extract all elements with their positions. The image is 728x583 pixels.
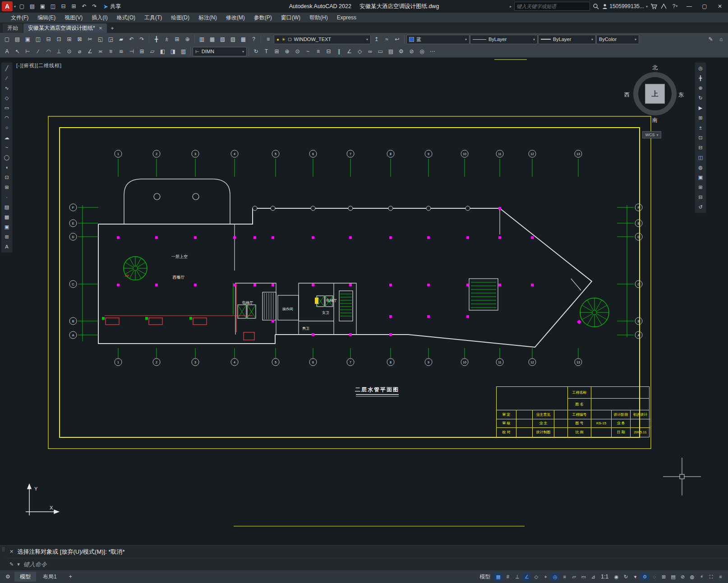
annotation-monitor-icon[interactable]: ◌ [650,572,659,581]
arc-icon[interactable]: ◠ [2,113,12,123]
insert-block-icon[interactable]: ⊡ [2,173,12,182]
tab-close-icon[interactable]: ✕ [99,26,102,31]
customization-icon[interactable]: ≡ [716,572,725,581]
lock-ui-icon[interactable]: ⊘ [678,572,687,581]
dim-update-icon[interactable]: ↻ [251,46,261,56]
tolerance-icon[interactable]: ⊞ [272,46,282,56]
point-icon[interactable]: ∙ [2,193,12,202]
menu-file[interactable]: 文件(F) [6,13,33,23]
viewport-controls[interactable]: [-][俯视][二维线框] [16,62,62,69]
menu-format[interactable]: 格式(O) [112,13,140,23]
zoom-extents-icon[interactable]: ⊕ [696,83,705,93]
layer-previous-icon[interactable]: ↩ [392,34,402,44]
lineweight-dropdown[interactable]: ByLayer ▾ [538,35,596,44]
menu-insert[interactable]: 插入(I) [87,13,112,23]
layer-match-icon[interactable]: ≈ [382,34,392,44]
block-editor-icon[interactable]: ◧ [157,46,168,56]
menu-edit[interactable]: 编辑(E) [33,13,60,23]
zoom-dynamic-icon[interactable]: ⊟ [696,143,705,152]
zoom-realtime-icon[interactable]: ± [696,123,705,133]
new-layout-button[interactable]: + [64,572,78,582]
open-icon[interactable]: ▤ [27,1,37,11]
copy-icon[interactable]: ◱ [95,34,106,44]
workspace-switching-icon[interactable]: ⚙ [640,572,650,581]
selection-cycling-icon[interactable]: ▭ [579,572,588,581]
dim-radius-icon[interactable]: ⊙ [64,46,74,56]
sheet-set-icon[interactable]: ▨ [228,34,238,44]
dim-text-edit-icon[interactable]: T [261,46,272,56]
dynamic-ucs-icon[interactable]: ⊿ [588,572,598,581]
wcs-selector[interactable]: WCS ▾ [642,131,661,138]
search-icon[interactable] [593,3,599,9]
model-space-indicator[interactable]: 模型 [477,573,493,581]
text-icon[interactable]: A [2,242,12,252]
publish-icon[interactable]: ⊞ [69,1,79,11]
line-icon[interactable]: ╱ [2,64,12,73]
zoom-realtime-icon[interactable]: ± [161,34,172,44]
tab-start[interactable]: 开始 [3,23,23,33]
polygon-icon[interactable]: ◇ [2,93,12,103]
help-button[interactable]: ?▾ [670,1,680,11]
tool-palettes-icon[interactable]: ▧ [217,34,228,44]
new-tab-button[interactable]: + [108,24,117,33]
region-icon[interactable]: ▣ [2,222,12,232]
autocad-logo[interactable]: A [2,1,13,11]
zoom-extents-icon[interactable]: ⊕ [182,34,193,44]
drawing-canvas[interactable]: 一层上空 西餐厅 电梯厅 操作间 电梯厅 女卫 男卫 4# 二层水管平面图 Y … [0,58,728,545]
dim-style-manager-icon[interactable]: ▭ [375,46,386,56]
dim-continue-icon[interactable]: ≌ [116,46,126,56]
workspace-icon[interactable]: ⚙ [396,46,406,56]
lineweight-display-icon[interactable]: ≡ [560,572,569,581]
multileader-icon[interactable]: ↖ [12,46,23,56]
menu-parametric[interactable]: 参数(P) [249,13,276,23]
dim-text-angle-icon[interactable]: ∠ [344,46,355,56]
make-block-icon[interactable]: ⊞ [2,183,12,192]
full-navigation-wheel-icon[interactable]: ◎ [696,64,705,73]
pan-icon[interactable]: ╋ [151,34,161,44]
redo-icon[interactable]: ↷ [89,1,100,11]
color-dropdown[interactable]: 蓝 ▾ [406,35,470,44]
attribute-icon[interactable]: ◨ [168,46,178,56]
account-button[interactable]: 1505999135... ▾ [602,3,648,9]
construction-line-icon[interactable]: ∕ [2,73,12,83]
redo-icon[interactable]: ↷ [137,34,147,44]
dim-oblique-icon[interactable]: ∥ [334,46,344,56]
center-mark-icon[interactable]: ⊕ [282,46,292,56]
dim-reassociate-icon[interactable]: ∞ [365,46,375,56]
menu-tools[interactable]: 工具(T) [140,13,166,23]
menu-view[interactable]: 视图(V) [60,13,87,23]
annotation-visibility-icon[interactable]: ◉ [612,572,621,581]
autoscale-icon[interactable]: ↻ [621,572,631,581]
dim-inspect-icon[interactable]: ⊙ [292,46,303,56]
properties-icon[interactable]: ▤ [386,46,396,56]
object-snap-icon[interactable]: ◎ [417,46,427,56]
orbit-icon[interactable]: ↻ [696,93,705,103]
dim-edit-icon[interactable]: ⊟ [323,46,334,56]
polyline-icon[interactable]: ∿ [2,83,12,93]
markup-icon[interactable]: ▩ [238,34,249,44]
autodesk-account-icon[interactable] [660,3,667,9]
menu-modify[interactable]: 修改(M) [221,13,249,23]
home-view-icon[interactable]: ⌂ [716,34,726,44]
close-button[interactable]: ✕ [714,1,726,11]
zoom-center-icon[interactable]: ◍ [696,163,705,172]
linetype-dropdown[interactable]: ByLayer ▾ [470,35,538,44]
menu-express[interactable]: Express [332,13,361,23]
plot-style-dropdown[interactable]: ByColor ▾ [596,35,639,44]
model-tab[interactable]: 模型 [14,572,36,582]
command-close-icon[interactable]: ✕ [9,549,14,555]
maximize-button[interactable]: ▢ [698,1,711,11]
graphics-performance-icon[interactable]: ⚡ [697,572,706,581]
clean-screen-icon[interactable]: ⛶ [706,572,716,581]
plot-preview-icon[interactable]: ⊡ [54,34,64,44]
zoom-scale-icon[interactable]: ◫ [696,153,705,162]
lock-ui-icon[interactable]: ⊘ [406,46,417,56]
command-customize-icon[interactable]: ✎ [9,561,14,567]
designcenter-icon[interactable]: ▦ [207,34,217,44]
undo-icon[interactable]: ↶ [126,34,137,44]
dim-angular-icon[interactable]: ∠ [85,46,95,56]
compass-west-label[interactable]: 西 [624,91,630,99]
dim-break-icon[interactable]: ⊣ [126,46,137,56]
dimension-style-dropdown[interactable]: ⊢ DIMN ▾ [193,47,247,56]
paste-icon[interactable]: ◲ [106,34,116,44]
